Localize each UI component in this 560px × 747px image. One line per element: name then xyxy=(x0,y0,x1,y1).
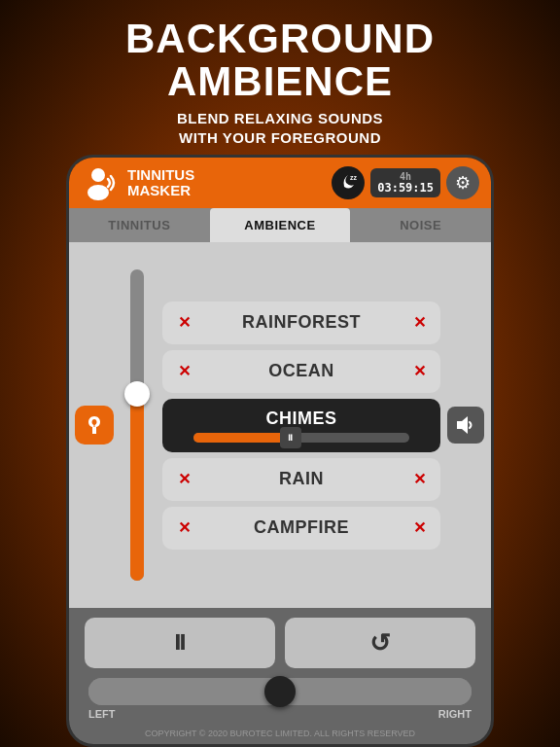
person-sound-icon xyxy=(81,165,120,200)
sound-item-chimes[interactable]: CHIMES ⏸ xyxy=(162,399,440,452)
app-logo-area: TINNITUS MASKER xyxy=(81,165,324,200)
sound-name-rain: RAIN xyxy=(199,469,403,489)
playback-buttons: ⏸ ↺ xyxy=(85,618,475,668)
remove-ocean-button-right[interactable]: ✕ xyxy=(409,362,429,380)
page-title: BACKGROUNDAMBIENCE xyxy=(125,18,435,103)
app-title: TINNITUS MASKER xyxy=(127,167,194,199)
remove-rain-button-right[interactable]: ✕ xyxy=(409,470,429,488)
right-volume-area xyxy=(440,252,491,598)
svg-point-1 xyxy=(88,185,109,200)
remove-ocean-button[interactable]: ✕ xyxy=(174,362,193,380)
svg-text:zz: zz xyxy=(350,174,358,181)
remove-rain-button[interactable]: ✕ xyxy=(174,470,193,488)
pan-labels: LEFT RIGHT xyxy=(85,708,475,720)
volume-button[interactable] xyxy=(447,407,484,444)
left-volume-track[interactable] xyxy=(130,269,144,581)
svg-point-2 xyxy=(335,170,361,196)
svg-point-0 xyxy=(91,168,105,182)
header-section: BACKGROUNDAMBIENCE BLEND RELAXING SOUNDS… xyxy=(106,0,454,155)
main-content: ✕ RAINFOREST ✕ ✕ OCEAN ✕ CHIMES xyxy=(69,242,491,608)
tab-tinnitus[interactable]: TINNITUS xyxy=(69,208,210,242)
header-right: zz 4h 03:59:15 ⚙ xyxy=(332,166,479,199)
phone-frame: TINNITUS MASKER zz 4h 03:59:15 ⚙ T xyxy=(66,155,494,747)
sound-name-ocean: OCEAN xyxy=(199,361,403,381)
chimes-progress-thumb[interactable]: ⏸ xyxy=(280,427,301,448)
pause-button[interactable]: ⏸ xyxy=(85,618,275,668)
svg-marker-4 xyxy=(457,416,468,434)
copyright-text: COPYRIGHT © 2020 BUROTEC LIMITED. ALL RI… xyxy=(69,726,491,744)
settings-button[interactable]: ⚙ xyxy=(446,166,479,199)
sound-item-rain[interactable]: ✕ RAIN ✕ xyxy=(162,458,440,501)
timer-badge: 4h 03:59:15 xyxy=(370,168,440,197)
tuning-fork-button[interactable] xyxy=(75,406,114,445)
bottom-controls: ⏸ ↺ LEFT RIGHT xyxy=(69,608,491,726)
remove-rainforest-button-right[interactable]: ✕ xyxy=(409,313,429,332)
pan-slider[interactable] xyxy=(88,678,472,705)
sound-item-campfire[interactable]: ✕ CAMPFIRE ✕ xyxy=(162,507,440,550)
sound-name-campfire: CAMPFIRE xyxy=(199,517,403,538)
tab-bar: TINNITUS AMBIENCE NOISE xyxy=(69,208,491,242)
sound-list: ✕ RAINFOREST ✕ ✕ OCEAN ✕ CHIMES xyxy=(162,252,440,598)
chimes-progress-bar[interactable]: ⏸ xyxy=(193,433,410,443)
sound-name-chimes: CHIMES xyxy=(265,409,336,429)
sound-item-rainforest[interactable]: ✕ RAINFOREST ✕ xyxy=(162,302,440,344)
remove-campfire-button[interactable]: ✕ xyxy=(174,518,193,537)
pan-right-label: RIGHT xyxy=(438,708,472,720)
page-subtitle: BLEND RELAXING SOUNDSWITH YOUR FOREGROUN… xyxy=(125,109,435,147)
sound-name-rainforest: RAINFOREST xyxy=(199,312,403,333)
tab-ambience[interactable]: AMBIENCE xyxy=(210,208,351,242)
sound-item-ocean[interactable]: ✕ OCEAN ✕ xyxy=(162,350,440,393)
sleep-icon: zz xyxy=(332,166,365,199)
remove-rainforest-button[interactable]: ✕ xyxy=(174,313,193,332)
pan-left-label: LEFT xyxy=(88,708,116,720)
remove-campfire-button-right[interactable]: ✕ xyxy=(409,518,429,537)
reset-button[interactable]: ↺ xyxy=(285,618,475,668)
left-volume-slider-area xyxy=(112,252,162,598)
tab-noise[interactable]: NOISE xyxy=(350,208,491,242)
app-header: TINNITUS MASKER zz 4h 03:59:15 ⚙ xyxy=(69,158,491,208)
pan-thumb[interactable] xyxy=(264,676,296,707)
